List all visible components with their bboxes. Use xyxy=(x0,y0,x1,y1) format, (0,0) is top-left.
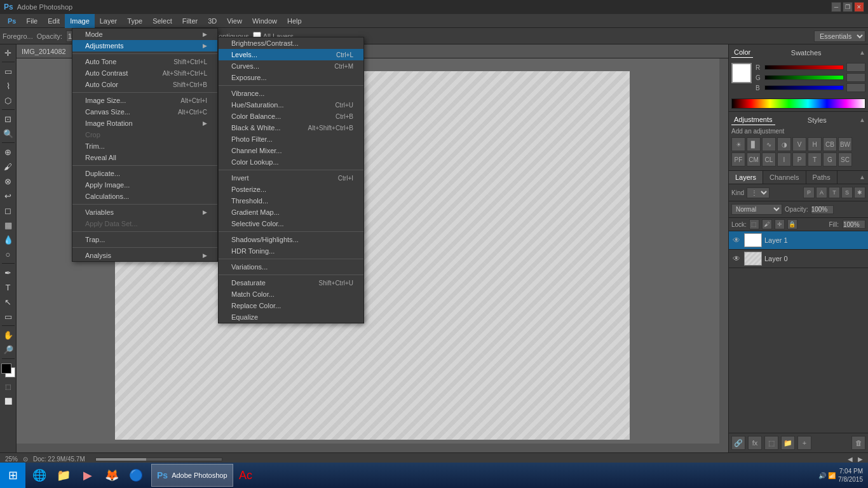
menu-item-huesaturation[interactable]: Hue/Saturation... Ctrl+U xyxy=(219,99,363,111)
blur-tool[interactable]: 💧 xyxy=(1,233,15,247)
menu-item-replacecolor[interactable]: Replace Color... xyxy=(219,300,363,311)
healing-brush-tool[interactable]: ⊕ xyxy=(1,145,15,159)
adj-curves-icon[interactable]: ∿ xyxy=(762,137,776,151)
menu-item-exposure[interactable]: Exposure... xyxy=(219,72,363,83)
taskbar-media-icon[interactable]: ▶ xyxy=(76,463,99,488)
adj-exposure-icon[interactable]: ◑ xyxy=(777,137,791,151)
lock-all-icon[interactable]: 🔒 xyxy=(787,219,797,229)
lock-pixels-icon[interactable]: 🖌 xyxy=(762,219,772,229)
fg-color-swatch[interactable] xyxy=(731,63,752,83)
layer-item[interactable]: 👁 Layer 0 xyxy=(729,250,868,268)
minimize-button[interactable]: ─ xyxy=(831,2,841,12)
menu-item-trim[interactable]: Trim... xyxy=(72,140,217,152)
tab-styles[interactable]: Styles xyxy=(805,115,829,125)
adj-gradientmap-icon[interactable]: G xyxy=(823,152,837,166)
adj-bw-icon[interactable]: BW xyxy=(838,137,852,151)
add-effect-icon[interactable]: fx xyxy=(748,436,762,450)
quick-select-tool[interactable]: ⬡ xyxy=(1,93,15,107)
layer-filter-adj[interactable]: A xyxy=(816,187,827,198)
tab-swatches[interactable]: Swatches xyxy=(789,48,824,58)
adj-brightness-icon[interactable]: ☀ xyxy=(731,137,745,151)
menu-item-adjustments[interactable]: Adjustments ▶ xyxy=(72,40,217,51)
crop-tool[interactable]: ⊡ xyxy=(1,112,15,126)
menu-item-equalize[interactable]: Equalize xyxy=(219,311,363,323)
brush-tool[interactable]: 🖌 xyxy=(1,159,15,173)
menu-item-duplicate[interactable]: Duplicate... xyxy=(72,168,217,179)
pen-tool[interactable]: ✒ xyxy=(1,266,15,280)
add-link-icon[interactable]: 🔗 xyxy=(731,436,745,450)
lasso-tool[interactable]: ⌇ xyxy=(1,79,15,93)
tab-paths[interactable]: Paths xyxy=(806,171,837,184)
nav-arrow-right[interactable]: ▶ xyxy=(858,456,863,463)
taskbar-chrome-icon[interactable]: 🔵 xyxy=(125,463,147,488)
adj-threshold-icon[interactable]: T xyxy=(808,152,822,166)
adj-levels-icon[interactable]: ▊ xyxy=(747,137,761,151)
menu-item-autocontrast[interactable]: Auto Contrast Alt+Shift+Ctrl+L xyxy=(72,67,217,79)
marquee-tool[interactable]: ▭ xyxy=(1,64,15,78)
layer-filter-type[interactable]: T xyxy=(829,187,840,198)
menu-item-mode[interactable]: Mode ▶ xyxy=(72,29,217,40)
menu-item-applyimage[interactable]: Apply Image... xyxy=(72,179,217,191)
menu-item-photofilter[interactable]: Photo Filter... xyxy=(219,133,363,145)
lock-position-icon[interactable]: ✛ xyxy=(775,219,785,229)
menu-item-autocolor[interactable]: Auto Color Shift+Ctrl+B xyxy=(72,79,217,90)
menu-item-brightnesscontrast[interactable]: Brightness/Contrast... xyxy=(219,37,363,49)
menu-item-desaturate[interactable]: Desaturate Shift+Ctrl+U xyxy=(219,277,363,288)
history-brush-tool[interactable]: ↩ xyxy=(1,189,15,203)
menu-item-applydataset[interactable]: Apply Data Set... xyxy=(72,218,217,229)
menu-window[interactable]: Window xyxy=(247,14,282,28)
lock-transparent-icon[interactable]: ⬚ xyxy=(749,219,759,229)
menu-ps[interactable]: Ps xyxy=(3,14,21,28)
layer-filter-shape[interactable]: S xyxy=(841,187,853,198)
adj-colorbalance-icon[interactable]: CB xyxy=(823,137,837,151)
screen-mode-toggle[interactable]: ⬜ xyxy=(1,394,15,408)
tab-color[interactable]: Color xyxy=(731,47,753,58)
kind-selector[interactable]: ⋮ xyxy=(747,187,770,198)
menu-item-selectivecolor[interactable]: Selective Color... xyxy=(219,218,363,229)
layer-visibility-icon[interactable]: 👁 xyxy=(731,254,742,264)
menu-item-crop[interactable]: Crop xyxy=(72,129,217,140)
menu-type[interactable]: Type xyxy=(122,14,147,28)
menu-item-blackwhite[interactable]: Black & White... Alt+Shift+Ctrl+B xyxy=(219,122,363,133)
restore-button[interactable]: ❐ xyxy=(843,2,853,12)
menu-item-posterize[interactable]: Posterize... xyxy=(219,184,363,195)
menu-item-threshold[interactable]: Threshold... xyxy=(219,195,363,207)
menu-item-imagesize[interactable]: Image Size... Alt+Ctrl+I xyxy=(72,95,217,106)
layer-visibility-icon[interactable]: 👁 xyxy=(731,235,742,245)
menu-edit[interactable]: Edit xyxy=(43,14,65,28)
layers-panel-collapse[interactable]: ▲ xyxy=(857,171,868,184)
taskbar-ps-app[interactable]: Ps Adobe Photoshop xyxy=(151,464,233,487)
menu-item-variables[interactable]: Variables ▶ xyxy=(72,207,217,218)
foreground-color[interactable] xyxy=(1,363,11,374)
menu-item-colorlookup[interactable]: Color Lookup... xyxy=(219,156,363,168)
adj-panel-collapse[interactable]: ▲ xyxy=(859,116,865,123)
menu-help[interactable]: Help xyxy=(282,14,307,28)
quick-mask-toggle[interactable]: ⬚ xyxy=(1,379,15,393)
vertical-scrollbar[interactable] xyxy=(719,58,728,452)
path-selection-tool[interactable]: ↖ xyxy=(1,295,15,309)
zoom-tool[interactable]: 🔎 xyxy=(1,342,15,356)
menu-filter[interactable]: Filter xyxy=(177,14,203,28)
add-mask-icon[interactable]: ⬚ xyxy=(764,436,778,450)
menu-layer[interactable]: Layer xyxy=(95,14,123,28)
menu-select[interactable]: Select xyxy=(147,14,177,28)
menu-item-gradientmap[interactable]: Gradient Map... xyxy=(219,207,363,218)
menu-item-trap[interactable]: Trap... xyxy=(72,234,217,245)
move-tool[interactable]: ✛ xyxy=(1,46,15,60)
close-button[interactable]: ✕ xyxy=(854,2,864,12)
r-value-input[interactable]: 253 xyxy=(846,63,865,72)
clone-stamp-tool[interactable]: ⊗ xyxy=(1,174,15,188)
text-tool[interactable]: T xyxy=(1,280,15,294)
color-spectrum-bar[interactable] xyxy=(731,98,865,109)
menu-image[interactable]: Image xyxy=(65,14,95,28)
eraser-tool[interactable]: ◻ xyxy=(1,203,15,217)
adj-channelmixer-icon[interactable]: CM xyxy=(747,152,761,166)
menu-item-canvassize[interactable]: Canvas Size... Alt+Ctrl+C xyxy=(72,106,217,118)
hand-tool[interactable]: ✋ xyxy=(1,328,15,342)
g-value-input[interactable]: 251 xyxy=(846,73,865,82)
delete-layer-icon[interactable]: 🗑 xyxy=(851,436,865,450)
adj-photofilter-icon[interactable]: PF xyxy=(731,152,745,166)
gradient-tool[interactable]: ▦ xyxy=(1,218,15,232)
menu-item-autotone[interactable]: Auto Tone Shift+Ctrl+L xyxy=(72,56,217,67)
taskbar-explorer-icon[interactable]: 📁 xyxy=(52,463,75,488)
